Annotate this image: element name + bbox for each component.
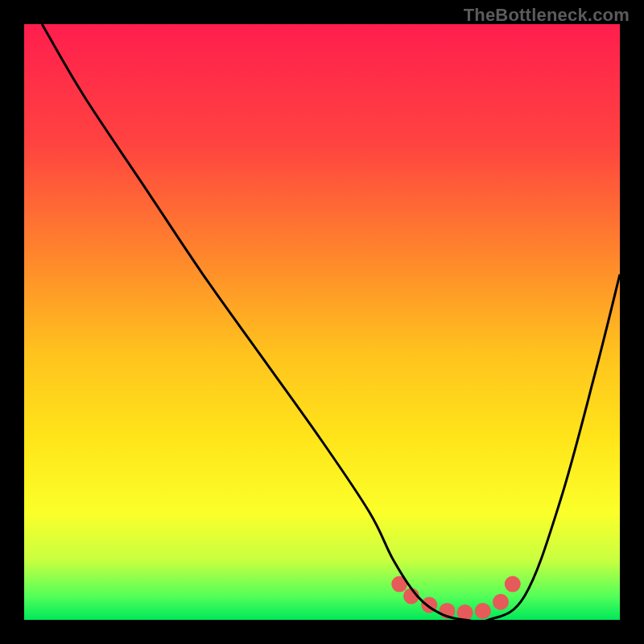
chart-container: TheBottleneck.com xyxy=(0,0,644,644)
highlight-dot xyxy=(475,603,491,619)
watermark-text: TheBottleneck.com xyxy=(464,5,630,26)
highlight-dot xyxy=(493,594,509,610)
bottleneck-chart xyxy=(0,0,644,644)
highlight-dot xyxy=(505,576,521,592)
gradient-background xyxy=(24,24,620,620)
